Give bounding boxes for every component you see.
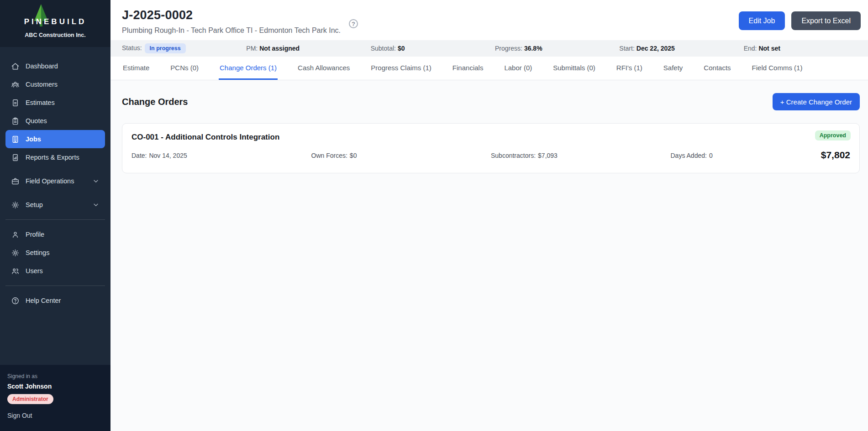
- tab-change-orders[interactable]: Change Orders (1): [219, 57, 278, 80]
- role-badge: Administrator: [7, 394, 53, 404]
- signed-in-user-name: Scott Johnson: [7, 383, 103, 390]
- chevron-down-icon: [92, 177, 100, 185]
- section-header: Change Orders + Create Change Order: [122, 93, 860, 110]
- sidebar-item-label: Jobs: [26, 135, 41, 143]
- tab-safety[interactable]: Safety: [663, 57, 684, 80]
- sidebar-item-settings[interactable]: Settings: [5, 244, 105, 262]
- sidebar-nav: Dashboard Customers Estimates Quotes Job…: [0, 47, 110, 365]
- sign-out-link[interactable]: Sign Out: [7, 412, 103, 419]
- briefcase-icon: [11, 177, 20, 186]
- job-status-bar: Status:In progress PM:Not assigned Subto…: [110, 40, 868, 57]
- change-order-card[interactable]: CO-001 - Additional Controls Integration…: [122, 123, 860, 173]
- create-change-order-button[interactable]: + Create Change Order: [773, 93, 860, 110]
- tab-pcns[interactable]: PCNs (0): [169, 57, 200, 80]
- co-own-forces-value: $0: [350, 152, 357, 159]
- signed-in-as-label: Signed in as: [7, 373, 103, 379]
- co-own-forces-label: Own Forces:: [311, 152, 347, 159]
- home-icon: [11, 62, 20, 71]
- progress-field: Progress:36.8%: [495, 45, 619, 52]
- document-icon: [11, 99, 20, 107]
- change-order-total: $7,802: [821, 150, 850, 161]
- sidebar-item-estimates[interactable]: Estimates: [5, 93, 105, 112]
- sidebar-item-label: Quotes: [26, 117, 47, 125]
- sidebar-divider: [5, 286, 105, 286]
- export-to-excel-button[interactable]: Export to Excel: [791, 11, 861, 30]
- sidebar-item-label: Setup: [26, 201, 43, 208]
- sidebar-item-label: Dashboard: [26, 62, 58, 70]
- sidebar-item-label: Profile: [26, 231, 44, 238]
- co-days-added-value: 0: [709, 152, 713, 159]
- tab-estimate[interactable]: Estimate: [122, 57, 150, 80]
- pm-label: PM:: [246, 45, 258, 52]
- chevron-down-icon: [92, 201, 100, 208]
- co-own-forces-field: Own Forces:$0: [311, 152, 491, 159]
- tab-submittals[interactable]: Submittals (0): [552, 57, 596, 80]
- brand-wordmark: PINEBUILD: [0, 17, 110, 26]
- change-orders-panel: Change Orders + Create Change Order CO-0…: [110, 80, 868, 431]
- co-subcontractors-field: Subcontractors:$7,093: [491, 152, 671, 159]
- tab-cash-allowances[interactable]: Cash Allowances: [297, 57, 351, 80]
- question-circle-icon: [11, 296, 20, 305]
- tab-labor[interactable]: Labor (0): [503, 57, 533, 80]
- co-date-field: Date:Nov 14, 2025: [132, 152, 311, 159]
- help-icon[interactable]: ?: [349, 19, 358, 28]
- status-field: Status:In progress: [122, 43, 246, 53]
- start-label: Start:: [619, 45, 634, 52]
- start-field: Start:Dec 22, 2025: [619, 45, 743, 52]
- sidebar-item-quotes[interactable]: Quotes: [5, 112, 105, 130]
- approved-status-badge: Approved: [815, 130, 851, 140]
- edit-job-button[interactable]: Edit Job: [739, 11, 785, 30]
- sidebar-group-setup[interactable]: Setup: [5, 196, 105, 214]
- subtotal-value: $0: [398, 45, 405, 52]
- sidebar-item-jobs[interactable]: Jobs: [5, 130, 105, 148]
- sidebar-item-profile[interactable]: Profile: [5, 225, 105, 244]
- progress-label: Progress:: [495, 45, 522, 52]
- header-actions: Edit Job Export to Excel: [739, 8, 861, 30]
- pm-field: PM:Not assigned: [246, 45, 370, 52]
- tab-progress-claims[interactable]: Progress Claims (1): [370, 57, 432, 80]
- sidebar-item-users[interactable]: Users: [5, 262, 105, 280]
- gear-icon: [11, 201, 20, 209]
- sidebar-item-reports-exports[interactable]: Reports & Exports: [5, 148, 105, 166]
- report-chart-icon: [11, 153, 20, 162]
- tab-field-comms[interactable]: Field Comms (1): [751, 57, 804, 80]
- sidebar-item-help-center[interactable]: Help Center: [5, 291, 105, 310]
- main-area: J-2025-0002 Plumbing Rough-In - Tech Par…: [110, 0, 868, 431]
- sidebar-item-label: Reports & Exports: [26, 154, 79, 161]
- subtotal-field: Subtotal:$0: [371, 45, 495, 52]
- start-value: Dec 22, 2025: [637, 45, 675, 52]
- co-subcontractors-label: Subcontractors:: [491, 152, 536, 159]
- end-field: End:Not set: [744, 45, 868, 52]
- co-subcontractors-value: $7,093: [538, 152, 558, 159]
- change-order-title: CO-001 - Additional Controls Integration: [132, 133, 850, 142]
- sidebar-group-field-operations[interactable]: Field Operations: [5, 172, 105, 190]
- page-subtitle: Plumbing Rough-In - Tech Park Office TI …: [122, 26, 341, 35]
- sidebar-item-label: Settings: [26, 249, 49, 256]
- tab-rfis[interactable]: RFI's (1): [615, 57, 643, 80]
- subtotal-label: Subtotal:: [371, 45, 396, 52]
- status-label: Status:: [122, 44, 142, 52]
- gear-icon: [11, 249, 20, 257]
- co-date-value: Nov 14, 2025: [149, 152, 187, 159]
- co-days-added-label: Days Added:: [671, 152, 707, 159]
- brand-header: PINEBUILD ABC Construction Inc.: [0, 0, 110, 47]
- sidebar-item-dashboard[interactable]: Dashboard: [5, 57, 105, 75]
- section-title: Change Orders: [122, 97, 188, 107]
- pm-value: Not assigned: [259, 45, 300, 52]
- tab-financials[interactable]: Financials: [452, 57, 484, 80]
- end-label: End:: [744, 45, 757, 52]
- company-name: ABC Construction Inc.: [0, 32, 110, 38]
- sidebar-item-label: Field Operations: [26, 177, 74, 185]
- page-header: J-2025-0002 Plumbing Rough-In - Tech Par…: [110, 0, 868, 40]
- building-icon: [11, 135, 20, 144]
- change-order-details: Date:Nov 14, 2025 Own Forces:$0 Subcontr…: [132, 152, 850, 159]
- people-group-icon: [11, 80, 20, 89]
- sidebar-divider: [5, 219, 105, 220]
- sidebar-item-label: Help Center: [26, 297, 61, 304]
- page-title: J-2025-0002: [122, 8, 341, 22]
- sidebar-item-customers[interactable]: Customers: [5, 75, 105, 93]
- sidebar-item-label: Estimates: [26, 99, 55, 106]
- end-value: Not set: [758, 45, 780, 52]
- sidebar: PINEBUILD ABC Construction Inc. Dashboar…: [0, 0, 110, 431]
- tab-contacts[interactable]: Contacts: [703, 57, 731, 80]
